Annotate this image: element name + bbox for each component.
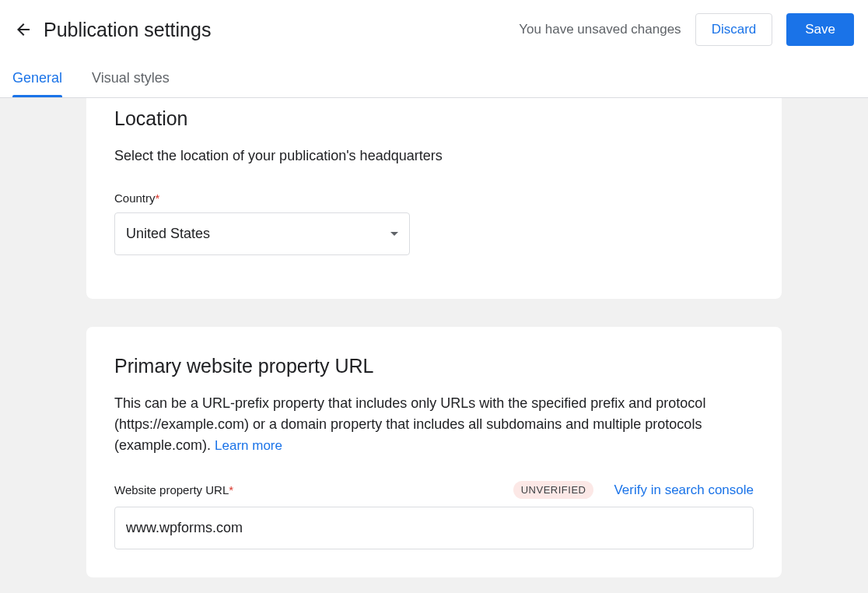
- back-arrow-icon[interactable]: [14, 20, 33, 39]
- required-asterisk: *: [229, 483, 233, 497]
- discard-button[interactable]: Discard: [695, 13, 773, 46]
- country-label-text: Country: [114, 191, 156, 205]
- url-description: This can be a URL-prefix property that i…: [114, 393, 754, 456]
- country-select-wrapper: United States: [114, 212, 410, 255]
- save-button[interactable]: Save: [786, 13, 854, 46]
- content-area: Location Select the location of your pub…: [0, 98, 868, 593]
- tab-visual-styles[interactable]: Visual styles: [92, 61, 170, 96]
- unverified-badge: UNVERIFIED: [513, 481, 594, 499]
- page-title: Publication settings: [44, 19, 211, 41]
- website-url-input[interactable]: [114, 507, 754, 549]
- location-description: Select the location of your publication'…: [114, 146, 754, 167]
- country-select[interactable]: United States: [114, 212, 410, 255]
- header: Publication settings You have unsaved ch…: [0, 0, 868, 59]
- url-heading: Primary website property URL: [114, 355, 754, 377]
- url-right-group: UNVERIFIED Verify in search console: [513, 481, 754, 499]
- country-label: Country*: [114, 191, 754, 205]
- unsaved-changes-text: You have unsaved changes: [519, 22, 681, 37]
- learn-more-link[interactable]: Learn more: [215, 438, 282, 453]
- caret-down-icon: [390, 232, 398, 236]
- required-asterisk: *: [156, 191, 160, 205]
- location-heading: Location: [114, 107, 754, 130]
- header-right: You have unsaved changes Discard Save: [519, 13, 854, 46]
- url-field-row: Website property URL* UNVERIFIED Verify …: [114, 481, 754, 499]
- country-select-value: United States: [126, 226, 210, 242]
- location-card: Location Select the location of your pub…: [86, 98, 782, 299]
- url-description-text: This can be a URL-prefix property that i…: [114, 395, 705, 453]
- verify-search-console-link[interactable]: Verify in search console: [614, 482, 754, 498]
- url-field-label-text: Website property URL: [114, 483, 229, 497]
- url-card: Primary website property URL This can be…: [86, 327, 782, 577]
- url-field-label: Website property URL*: [114, 483, 233, 497]
- header-left: Publication settings: [14, 19, 211, 41]
- tab-general[interactable]: General: [12, 61, 62, 96]
- tabs: General Visual styles: [0, 59, 868, 98]
